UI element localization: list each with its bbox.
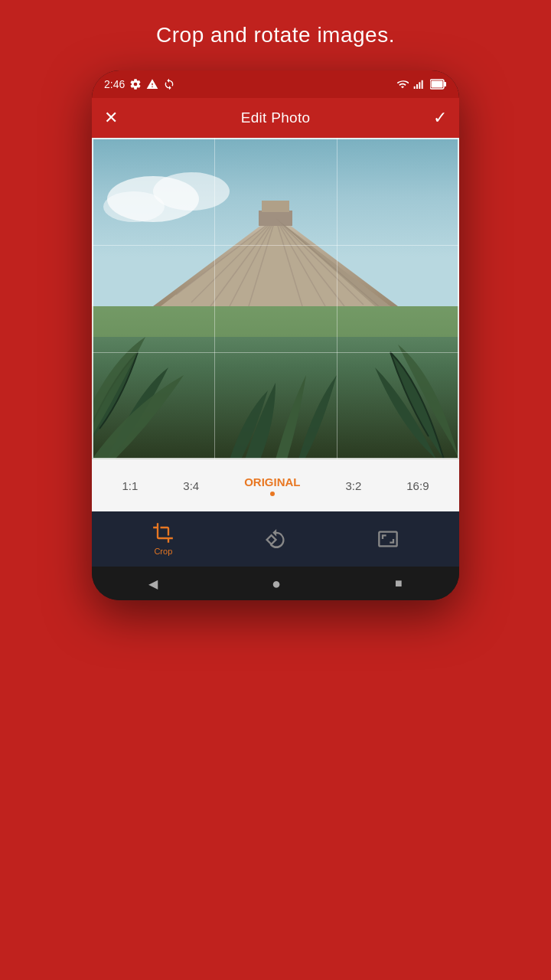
sync-icon bbox=[163, 78, 175, 90]
aspect-label-original: ORIGINAL bbox=[244, 475, 300, 488]
aspect-icon bbox=[377, 528, 399, 550]
aspect-3-4[interactable]: 3:4 bbox=[183, 479, 199, 492]
aspect-ratio-bar: 1:1 3:4 ORIGINAL 3:2 16:9 bbox=[92, 459, 459, 511]
aspect-label-3-2: 3:2 bbox=[345, 479, 361, 492]
nav-recent[interactable]: ■ bbox=[395, 577, 403, 590]
svg-rect-6 bbox=[432, 81, 443, 88]
aspect-label-1-1: 1:1 bbox=[122, 479, 138, 492]
svg-rect-26 bbox=[262, 201, 289, 212]
photo-canvas bbox=[92, 138, 459, 459]
battery-icon bbox=[430, 79, 447, 90]
confirm-button[interactable]: ✓ bbox=[433, 108, 447, 128]
svg-point-9 bbox=[153, 172, 230, 211]
rotate-icon bbox=[265, 528, 286, 550]
nav-back[interactable]: ◀ bbox=[148, 577, 158, 591]
aspect-3-2[interactable]: 3:2 bbox=[345, 479, 361, 492]
crop-icon bbox=[152, 522, 174, 544]
aspect-label-3-4: 3:4 bbox=[183, 479, 199, 492]
settings-icon bbox=[129, 78, 142, 90]
status-bar: 2:46 bbox=[92, 70, 459, 98]
svg-rect-2 bbox=[419, 82, 420, 89]
warning-icon bbox=[146, 78, 158, 90]
svg-rect-0 bbox=[414, 87, 416, 89]
rotate-tool[interactable] bbox=[265, 528, 286, 550]
svg-rect-3 bbox=[422, 80, 423, 89]
nav-home[interactable]: ● bbox=[272, 575, 281, 593]
image-container[interactable] bbox=[92, 138, 459, 459]
bottom-toolbar: Crop bbox=[92, 511, 459, 567]
svg-rect-12 bbox=[92, 306, 459, 337]
phone-mockup: 2:46 bbox=[92, 70, 459, 600]
crop-tool-label: Crop bbox=[154, 547, 172, 556]
close-button[interactable]: ✕ bbox=[104, 108, 118, 128]
svg-point-10 bbox=[103, 191, 165, 222]
app-bar-title: Edit Photo bbox=[241, 109, 311, 126]
status-icons-right bbox=[396, 78, 447, 90]
aspect-tool[interactable] bbox=[377, 528, 399, 550]
svg-rect-5 bbox=[444, 82, 446, 87]
page-header: Crop and rotate images. bbox=[0, 0, 551, 63]
status-time: 2:46 bbox=[104, 78, 125, 90]
wifi-icon bbox=[396, 78, 409, 90]
aspect-1-1[interactable]: 1:1 bbox=[122, 479, 138, 492]
signal-icon bbox=[413, 78, 425, 90]
aspect-label-16-9: 16:9 bbox=[406, 479, 429, 492]
svg-rect-1 bbox=[416, 84, 418, 89]
aspect-16-9[interactable]: 16:9 bbox=[406, 479, 429, 492]
crop-tool[interactable]: Crop bbox=[152, 522, 174, 556]
aspect-original[interactable]: ORIGINAL bbox=[244, 475, 300, 496]
aspect-active-dot bbox=[270, 492, 275, 496]
app-bar: ✕ Edit Photo ✓ bbox=[92, 98, 459, 138]
nav-bar: ◀ ● ■ bbox=[92, 567, 459, 600]
